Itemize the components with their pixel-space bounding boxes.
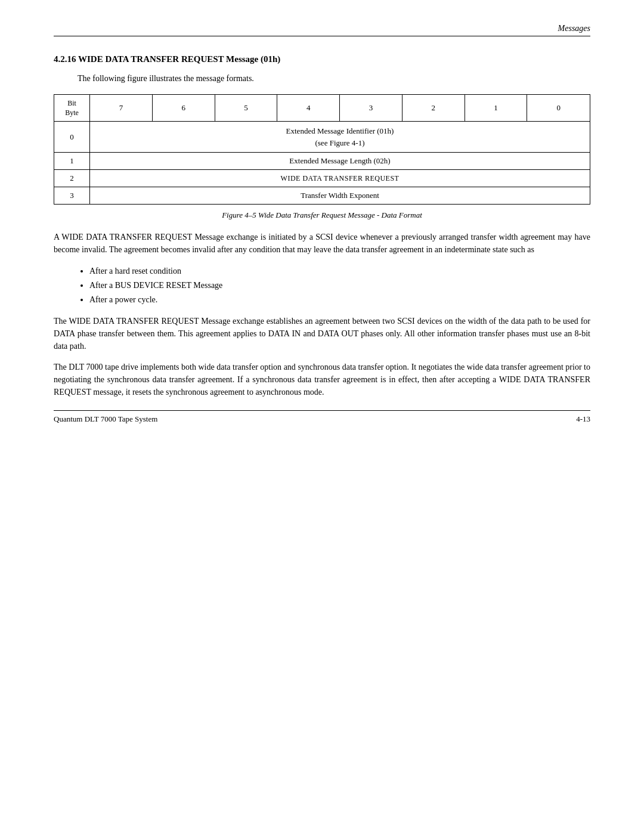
col-header-2: 2: [402, 95, 465, 122]
paragraph-2: The WIDE DATA TRANSFER REQUEST Message e…: [54, 315, 590, 352]
table-row: 2 WIDE DATA TRANSFER REQUEST: [54, 170, 590, 187]
page-header: Messages: [54, 24, 590, 36]
data-table: BitByte 7 6 5 4 3 2 1 0 0 Extended Messa…: [54, 94, 590, 205]
list-item: After a BUS DEVICE RESET Message: [89, 278, 590, 293]
byte-2-content: WIDE DATA TRANSFER REQUEST: [90, 170, 590, 187]
section-heading: 4.2.16 WIDE DATA TRANSFER REQUEST Messag…: [54, 54, 590, 64]
byte-3-label: 3: [54, 187, 90, 205]
byte-0-content: Extended Message Identifier (01h)(see Fi…: [90, 122, 590, 153]
byte-0-label: 0: [54, 122, 90, 153]
byte-3-content: Transfer Width Exponent: [90, 187, 590, 205]
paragraph-3: The DLT 7000 tape drive implements both …: [54, 361, 590, 398]
paragraph-1: A WIDE DATA TRANSFER REQUEST Message exc…: [54, 231, 590, 256]
col-header-3: 3: [340, 95, 402, 122]
col-header-7: 7: [90, 95, 153, 122]
figure-caption: Figure 4–5 Wide Data Transfer Request Me…: [54, 210, 590, 220]
col-header-0: 0: [527, 95, 590, 122]
footer-left: Quantum DLT 7000 Tape System: [54, 414, 157, 424]
byte-1-label: 1: [54, 153, 90, 170]
byte-2-label: 2: [54, 170, 90, 187]
list-item: After a power cycle.: [89, 293, 590, 307]
intro-text: The following figure illustrates the mes…: [78, 74, 590, 83]
bullet-list: After a hard reset condition After a BUS…: [89, 264, 590, 306]
list-item: After a hard reset condition: [89, 264, 590, 278]
col-header-4: 4: [277, 95, 340, 122]
table-row: 1 Extended Message Length (02h): [54, 153, 590, 170]
table-header-row: BitByte 7 6 5 4 3 2 1 0: [54, 95, 590, 122]
table-row: 0 Extended Message Identifier (01h)(see …: [54, 122, 590, 153]
bit-byte-header: BitByte: [54, 95, 90, 122]
byte-1-content: Extended Message Length (02h): [90, 153, 590, 170]
page-footer: Quantum DLT 7000 Tape System 4-13: [54, 410, 590, 424]
col-header-5: 5: [215, 95, 277, 122]
footer-right: 4-13: [576, 414, 590, 424]
col-header-6: 6: [152, 95, 215, 122]
header-title: Messages: [558, 24, 590, 33]
col-header-1: 1: [465, 95, 527, 122]
table-row: 3 Transfer Width Exponent: [54, 187, 590, 205]
bit-label: BitByte: [65, 99, 79, 117]
page: Messages 4.2.16 WIDE DATA TRANSFER REQUE…: [0, 0, 644, 833]
